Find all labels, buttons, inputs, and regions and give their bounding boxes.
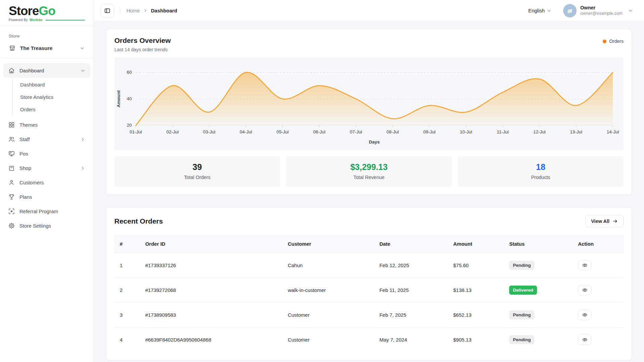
order-id-link[interactable]: #1739272068 <box>140 278 282 303</box>
sidebar-item-customers[interactable]: Customers <box>3 175 90 190</box>
view-order-button[interactable] <box>578 310 591 320</box>
orders-chart: 20406001-Jul02-Jul03-Jul04-Jul05-Jul06-J… <box>114 58 624 150</box>
sidebar-item-themes[interactable]: Themes <box>3 118 90 132</box>
breadcrumb-home[interactable]: Home <box>126 8 140 13</box>
user-name: Owner <box>580 5 623 11</box>
sidebar-item-shop[interactable]: Shop <box>3 161 90 175</box>
view-all-label: View All <box>591 219 609 224</box>
chevron-down-icon <box>80 68 86 73</box>
svg-text:Amount: Amount <box>116 90 121 107</box>
amount-cell: $652.13 <box>448 303 504 327</box>
breadcrumb-current: Dashboard <box>151 8 177 13</box>
area-chart-svg: 20406001-Jul02-Jul03-Jul04-Jul05-Jul06-J… <box>114 58 624 150</box>
main-area: Home Dashboard English Owner owner@examp… <box>94 0 644 362</box>
sidebar-item-dashboard[interactable]: Dashboard <box>3 63 90 78</box>
sidebar-item-label: Pos <box>19 151 86 157</box>
store-selector[interactable]: The Treasure <box>0 41 94 59</box>
col-action: Action <box>573 235 624 253</box>
svg-text:03-Jul: 03-Jul <box>203 129 215 134</box>
svg-text:40: 40 <box>127 96 132 101</box>
customer-cell: walk-in-customer <box>282 278 374 303</box>
logo-store-text: Store <box>9 4 39 18</box>
sidebar-item-pos[interactable]: Pos <box>3 146 90 161</box>
breadcrumb: Home Dashboard <box>126 8 177 13</box>
svg-text:08-Jul: 08-Jul <box>386 129 399 134</box>
chevron-down-icon <box>79 46 85 51</box>
svg-text:60: 60 <box>127 70 132 75</box>
recent-orders-header: Recent Orders View All <box>114 215 624 228</box>
view-order-button[interactable] <box>578 335 591 345</box>
topbar-divider <box>120 7 120 14</box>
stat-total-revenue: $3,299.13 Total Revenue <box>286 156 452 187</box>
svg-text:10-Jul: 10-Jul <box>460 129 472 134</box>
svg-text:01-Jul: 01-Jul <box>130 129 142 134</box>
row-num: 3 <box>114 303 140 327</box>
col-order-id: Order ID <box>140 235 282 253</box>
date-cell: Feb 12, 2025 <box>374 253 448 278</box>
home-icon <box>8 67 15 74</box>
row-num: 4 <box>114 327 140 352</box>
view-order-button[interactable] <box>578 285 591 295</box>
avatar[interactable] <box>563 4 577 17</box>
date-cell: May 7, 2024 <box>374 327 448 352</box>
svg-text:20: 20 <box>127 123 132 128</box>
table-row: 2 #1739272068 walk-in-customer Feb 11, 2… <box>114 278 624 303</box>
overview-header: Orders Overview Last 14 days order trend… <box>114 37 624 52</box>
amount-cell: $905.13 <box>448 327 504 352</box>
user-icon <box>8 179 15 186</box>
chevron-down-icon <box>546 8 552 13</box>
col-num: # <box>114 235 140 253</box>
col-amount: Amount <box>448 235 504 253</box>
row-num: 1 <box>114 253 140 278</box>
svg-text:02-Jul: 02-Jul <box>166 129 179 134</box>
view-all-button[interactable]: View All <box>585 215 624 228</box>
stat-total-orders: 39 Total Orders <box>114 156 280 187</box>
customer-cell: Customer <box>282 327 374 352</box>
user-menu[interactable]: Owner owner@example.com <box>580 5 623 16</box>
svg-text:11-Jul: 11-Jul <box>497 129 509 134</box>
eye-icon <box>582 262 588 268</box>
breadcrumb-separator-icon <box>143 8 148 13</box>
sidebar-toggle-button[interactable] <box>101 4 114 17</box>
sidebar-item-label: Customers <box>19 180 86 185</box>
dashboard-submenu: Dashboard Store Analytics Orders <box>12 78 90 116</box>
powered-brand: Workdo <box>30 18 43 22</box>
table-header-row: # Order ID Customer Date Amount Status A… <box>114 235 624 253</box>
status-badge: Pending <box>509 335 534 344</box>
chevron-down-icon[interactable] <box>628 8 633 13</box>
amount-cell: $75.60 <box>448 253 504 278</box>
date-cell: Feb 11, 2025 <box>374 278 448 303</box>
col-status: Status <box>504 235 573 253</box>
sidebar-item-label: Dashboard <box>19 68 76 73</box>
status-badge: Delivered <box>509 286 537 295</box>
customer-cell: Customer <box>282 303 374 327</box>
sidebar-subitem-store-analytics[interactable]: Store Analytics <box>13 91 90 103</box>
sidebar-item-label: Store Settings <box>19 223 86 229</box>
table-row: 3 #1738909583 Customer Feb 7, 2025 $652.… <box>114 303 624 327</box>
sidebar-item-staff[interactable]: Staff <box>3 132 90 146</box>
svg-text:06-Jul: 06-Jul <box>313 129 326 134</box>
sidebar: StoreGo Powered By Workdo Store The Trea… <box>0 0 94 362</box>
recent-orders-title: Recent Orders <box>114 217 163 225</box>
stat-value: 39 <box>114 162 280 172</box>
stat-label: Total Orders <box>114 175 280 180</box>
order-id-link[interactable]: #1739337126 <box>140 253 282 278</box>
chevron-right-icon <box>80 137 86 142</box>
sidebar-item-store-settings[interactable]: Store Settings <box>3 219 90 233</box>
sidebar-subitem-dashboard[interactable]: Dashboard <box>13 78 90 91</box>
eye-icon <box>582 312 588 318</box>
order-id-link[interactable]: #6639F8402D6A9950604868 <box>140 327 282 352</box>
col-customer: Customer <box>282 235 374 253</box>
sidebar-subitem-orders[interactable]: Orders <box>13 103 90 116</box>
view-order-button[interactable] <box>578 260 591 270</box>
powered-prefix: Powered By <box>9 18 28 22</box>
topbar-right: English Owner owner@example.com <box>528 4 633 17</box>
order-id-link[interactable]: #1738909583 <box>140 303 282 327</box>
table-row: 1 #1739337126 Cahun Feb 12, 2025 $75.60 … <box>114 253 624 278</box>
sidebar-item-plans[interactable]: Plans <box>3 190 90 204</box>
storefront-icon <box>9 45 16 52</box>
storego-logo[interactable]: StoreGo <box>9 4 85 18</box>
language-selector[interactable]: English <box>528 8 552 13</box>
sidebar-item-referral-program[interactable]: Referral Program <box>3 204 90 219</box>
sidebar-nav: Dashboard Dashboard Store Analytics Orde… <box>0 59 94 238</box>
